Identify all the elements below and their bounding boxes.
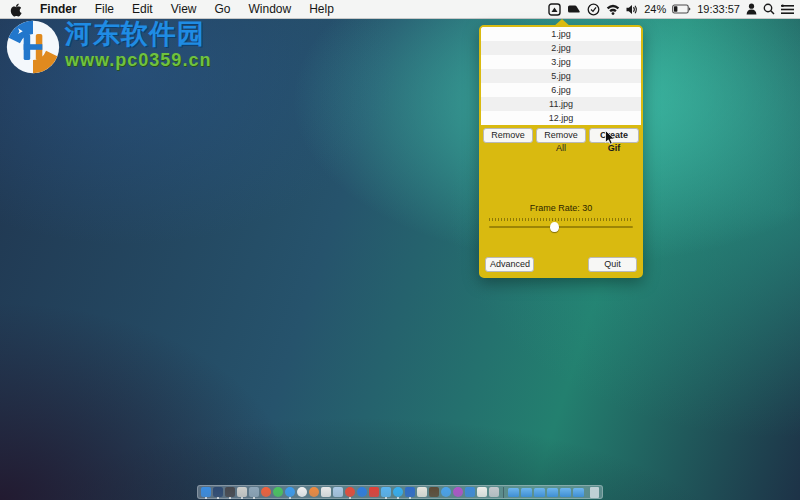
dock-app-calendar-app[interactable] [477,487,487,497]
menu-window[interactable]: Window [249,0,292,19]
dock-folder[interactable] [508,488,519,497]
dock-app-light-gray-app[interactable] [237,487,247,497]
dock-app-white-app[interactable] [321,487,331,497]
dock-folder[interactable] [547,488,558,497]
dock-app-notes-app[interactable] [417,487,427,497]
dock-app-blue-globe-app[interactable] [357,487,367,497]
watermark: 河东软件园 www.pc0359.cn [5,19,211,75]
menu-finder[interactable]: Finder [40,0,77,19]
popover-body [481,146,641,203]
check-circle-icon[interactable] [587,1,600,17]
dock-app-chrome[interactable] [345,487,355,497]
dock-app-orange-circle-app[interactable] [261,487,271,497]
clock[interactable]: 19:33:57 [697,3,740,15]
dock-app-twitter-app[interactable] [381,487,391,497]
popover-footer: Advanced Quit [481,257,641,276]
file-row[interactable]: 12.jpg [481,111,641,125]
site-logo-icon [5,19,61,75]
frame-actions: Remove Remove All Create Gif [481,125,641,146]
dock-app-photos-dark-app[interactable] [213,487,223,497]
battery-percent: 24% [644,3,666,15]
menu-bar: FinderFileEditViewGoWindowHelp 24% 19:33… [0,0,800,19]
dock-app-small-blue-app[interactable] [333,487,343,497]
file-row[interactable]: 2.jpg [481,41,641,55]
search-icon[interactable] [763,1,775,17]
menu-file[interactable]: File [95,0,114,19]
menu-bar-left: FinderFileEditViewGoWindowHelp [10,0,334,18]
dock-app-green-circle-app[interactable] [273,487,283,497]
watermark-text: 河东软件园 www.pc0359.cn [65,19,211,75]
dock-app-itunes-app[interactable] [309,487,319,497]
dock-app-dark-gray-app[interactable] [225,487,235,497]
file-row[interactable]: 3.jpg [481,55,641,69]
dock-app-skype[interactable] [393,487,403,497]
site-name: 河东软件园 [65,19,211,49]
dock-app-photos-app[interactable] [297,487,307,497]
camera-icon[interactable] [567,1,581,17]
apple-menu[interactable] [10,1,22,17]
dock-app-mail-app[interactable] [249,487,259,497]
dock-app-safari[interactable] [285,487,295,497]
file-row[interactable]: 5.jpg [481,69,641,83]
app-menus: FinderFileEditViewGoWindowHelp [40,0,334,19]
dock-folder[interactable] [573,488,584,497]
dock-app-finder[interactable] [201,487,211,497]
notification-list-icon[interactable] [781,1,794,17]
file-row[interactable]: 1.jpg [481,27,641,41]
wifi-icon[interactable] [606,1,620,17]
dock-app-blue-gem-app[interactable] [441,487,451,497]
frame-rate-slider[interactable] [489,217,633,235]
dock[interactable] [197,485,603,499]
gif-app-icon[interactable] [548,1,561,17]
dock-folder[interactable] [560,488,571,497]
dock-folder[interactable] [521,488,532,497]
slider-track[interactable] [489,226,633,228]
dock-app-blue-pencil-app[interactable] [465,487,475,497]
menu-edit[interactable]: Edit [132,0,153,19]
menu-bar-status: 24% 19:33:57 [548,0,794,18]
dock-app-dark-brown-app[interactable] [429,487,439,497]
dock-app-red-app[interactable] [369,487,379,497]
popover-arrow [553,19,571,27]
volume-icon[interactable] [626,1,638,17]
file-row[interactable]: 11.jpg [481,97,641,111]
frame-rate-label: Frame Rate: 30 [481,203,641,213]
dock-separator [503,487,504,498]
menu-go[interactable]: Go [215,0,231,19]
remove-button[interactable]: Remove [483,128,533,143]
mouse-cursor [605,130,616,145]
menu-help[interactable]: Help [309,0,334,19]
site-url: www.pc0359.cn [65,49,211,71]
dock-app-blue-square-app[interactable] [405,487,415,497]
apple-icon [10,3,22,17]
dock-app-purple-circle-app[interactable] [453,487,463,497]
dock-trash-icon[interactable] [590,487,599,498]
remove-all-button[interactable]: Remove All [536,128,586,143]
advanced-button[interactable]: Advanced [485,257,534,272]
quit-button[interactable]: Quit [588,257,637,272]
menu-view[interactable]: View [171,0,197,19]
battery-icon[interactable] [672,1,691,17]
user-icon[interactable] [746,1,757,17]
slider-ticks [489,218,633,221]
dock-app-gray-tool-app[interactable] [489,487,499,497]
frame-file-list[interactable]: 1.jpg2.jpg3.jpg5.jpg6.jpg11.jpg12.jpg [481,27,641,125]
dock-folder[interactable] [534,488,545,497]
slider-thumb[interactable] [550,222,559,232]
gif-app-popover: 1.jpg2.jpg3.jpg5.jpg6.jpg11.jpg12.jpg Re… [479,25,643,278]
file-row[interactable]: 6.jpg [481,83,641,97]
